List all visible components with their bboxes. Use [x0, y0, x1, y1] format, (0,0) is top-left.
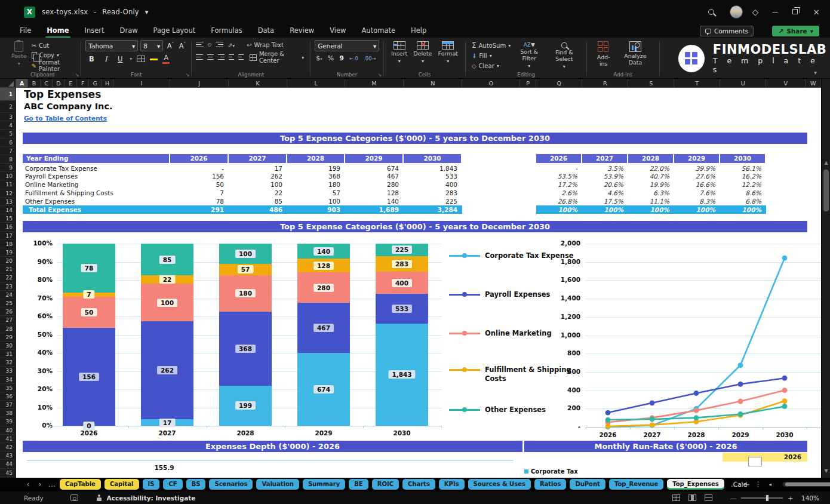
row-header-42[interactable]: 42: [0, 443, 16, 451]
zoom-slider[interactable]: [741, 497, 783, 499]
row-header-36[interactable]: 36: [0, 392, 16, 401]
row-header-11[interactable]: 11: [0, 180, 16, 189]
row-header-1[interactable]: 1: [0, 88, 16, 101]
bar-data-label: 17: [159, 419, 176, 427]
all-sheets-icon[interactable]: …: [730, 480, 739, 488]
row-header-15[interactable]: 15: [0, 214, 16, 223]
row-header-16[interactable]: 16: [0, 223, 16, 231]
accessibility-status[interactable]: Accessibility: Investigate: [107, 494, 196, 502]
legend-item-online-marketing[interactable]: Online Marketing: [449, 329, 552, 338]
row-header-21[interactable]: 21: [0, 265, 16, 273]
page-break-view-icon[interactable]: [705, 494, 712, 501]
zoom-slider-thumb[interactable]: [766, 495, 768, 501]
row-header-28[interactable]: 28: [0, 325, 16, 333]
zoom-out-button[interactable]: —: [730, 494, 737, 502]
row-header-44[interactable]: 44: [0, 460, 16, 468]
row-header-10[interactable]: 10: [0, 172, 16, 180]
sheet-tab-is[interactable]: IS: [143, 479, 160, 490]
sheet-tab-top-revenue[interactable]: Top_Revenue: [609, 479, 663, 490]
scroll-down-icon[interactable]: ▼: [822, 468, 830, 474]
sheet-options-icon[interactable]: ⋮: [754, 480, 763, 488]
sheet-tab-cf[interactable]: CF: [163, 479, 182, 490]
horizontal-scrollbar[interactable]: [783, 482, 830, 487]
row-header-18[interactable]: 18: [0, 240, 16, 248]
line-y-axis-label: 800: [549, 349, 580, 357]
row-header-17[interactable]: 17: [0, 232, 16, 240]
legend-item-other-expenses[interactable]: Other Expenses: [449, 405, 546, 414]
row-header-9[interactable]: 9: [0, 164, 16, 172]
page-layout-view-icon[interactable]: [688, 494, 696, 501]
line-y-axis-label: -: [549, 423, 580, 430]
bar-data-label: 140: [313, 247, 334, 256]
row-header-30[interactable]: 30: [0, 342, 16, 350]
macro-record-icon[interactable]: [70, 494, 78, 501]
row-header-3[interactable]: 3: [0, 113, 16, 121]
tabs-more-icon[interactable]: …: [48, 480, 56, 488]
row-header-22[interactable]: 22: [0, 273, 16, 282]
legend-item-payroll-expenses[interactable]: Payroll Expenses: [449, 290, 550, 299]
sheet-tab-valuation[interactable]: Valuation: [256, 479, 299, 490]
sheet-tab-capital[interactable]: Capital: [104, 479, 139, 490]
row-header-7[interactable]: 7: [0, 147, 16, 155]
sheet-tab-ratios[interactable]: Ratios: [534, 479, 566, 490]
sheet-tab-dupont[interactable]: DuPont: [570, 479, 605, 490]
bar-data-label: 78: [81, 264, 97, 272]
row-header-29[interactable]: 29: [0, 333, 16, 342]
row-header-12[interactable]: 12: [0, 189, 16, 198]
row-header-26[interactable]: 26: [0, 308, 16, 316]
sheet-tab-sources-uses[interactable]: Sources & Uses: [468, 479, 531, 490]
sheet-tab-top-expenses[interactable]: Top_Expenses: [667, 479, 724, 490]
percent-value-cell: 53.9%: [582, 172, 628, 180]
row-header-43[interactable]: 43: [0, 451, 16, 460]
row-header-23[interactable]: 23: [0, 282, 16, 291]
row-header-5[interactable]: 5: [0, 130, 16, 138]
row-header-35[interactable]: 35: [0, 384, 16, 392]
row-header-37[interactable]: 37: [0, 401, 16, 409]
values-header-5: 2030: [404, 154, 461, 163]
table-of-contents-link[interactable]: Go to Table of Contents: [24, 115, 107, 122]
bar-y-axis-label: 70%: [24, 294, 53, 302]
sheet-tab-charts[interactable]: Charts: [402, 479, 435, 490]
hscroll-left-icon[interactable]: ◂: [766, 481, 774, 487]
bar-data-label: 280: [313, 284, 334, 292]
line-y-axis-label: 1,400: [549, 294, 580, 302]
row-header-34[interactable]: 34: [0, 376, 16, 384]
row-header-20[interactable]: 20: [0, 257, 16, 265]
row-header-6[interactable]: 6: [0, 139, 16, 147]
sheet-tab-kpis[interactable]: KPIs: [439, 479, 465, 490]
vertical-scroll-thumb[interactable]: [823, 170, 829, 211]
tabs-scroll-right-icon[interactable]: ›: [36, 480, 44, 488]
row-header-25[interactable]: 25: [0, 299, 16, 308]
new-sheet-button[interactable]: +: [742, 480, 751, 489]
zoom-in-button[interactable]: +: [788, 494, 793, 502]
horizontal-scroll-thumb[interactable]: [785, 483, 830, 486]
row-header-31[interactable]: 31: [0, 350, 16, 358]
row-header-45[interactable]: 45: [0, 469, 16, 477]
row-header-40[interactable]: 40: [0, 426, 16, 435]
row-header-13[interactable]: 13: [0, 198, 16, 206]
sheet-tab-captable[interactable]: CapTable: [60, 479, 101, 490]
row-header-8[interactable]: 8: [0, 155, 16, 164]
row-header-39[interactable]: 39: [0, 417, 16, 426]
row-header-38[interactable]: 38: [0, 409, 16, 417]
row-header-24[interactable]: 24: [0, 291, 16, 299]
runrate-year-cell[interactable]: 2026: [723, 453, 807, 462]
sheet-tab-be[interactable]: BE: [349, 479, 368, 490]
tabs-scroll-left-icon[interactable]: ‹: [24, 480, 32, 488]
zoom-level[interactable]: 140%: [801, 494, 819, 502]
row-header-27[interactable]: 27: [0, 316, 16, 324]
sheet-tab-roic[interactable]: ROIC: [372, 479, 399, 490]
sheet-tab-bs[interactable]: BS: [186, 479, 206, 490]
sheet-tab-scenarios[interactable]: Scenarios: [209, 479, 253, 490]
row-header-41[interactable]: 41: [0, 435, 16, 443]
row-header-14[interactable]: 14: [0, 206, 16, 214]
row-header-19[interactable]: 19: [0, 248, 16, 257]
row-header-2[interactable]: 2: [0, 101, 16, 113]
row-header-32[interactable]: 32: [0, 358, 16, 367]
scroll-up-icon[interactable]: ▲: [822, 160, 830, 165]
row-header-33[interactable]: 33: [0, 367, 16, 375]
sheet-tab-summary[interactable]: Summary: [303, 479, 345, 490]
vertical-scrollbar[interactable]: ▲ ▼: [821, 79, 830, 478]
normal-view-icon[interactable]: [672, 494, 680, 501]
row-header-4[interactable]: 4: [0, 121, 16, 130]
